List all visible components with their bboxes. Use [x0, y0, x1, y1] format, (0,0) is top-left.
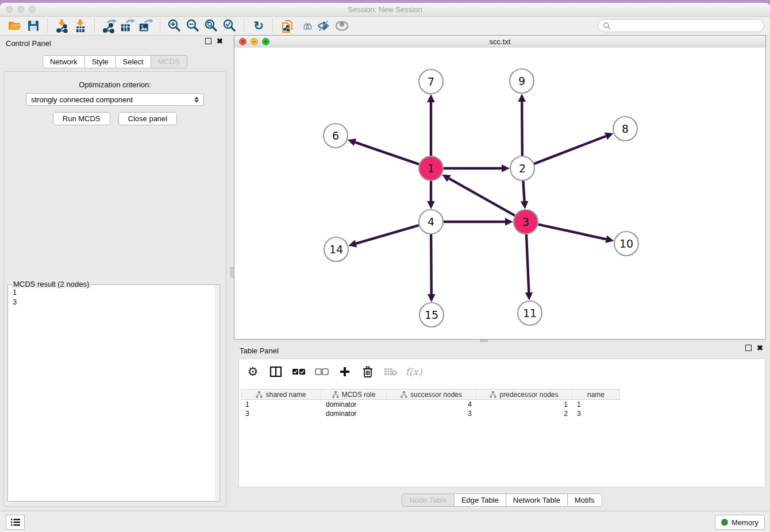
- criterion-dropdown[interactable]: strongly connected component: [26, 93, 204, 106]
- create-column-icon[interactable]: [338, 365, 352, 379]
- graph-node-11[interactable]: 11: [518, 301, 542, 325]
- graph-edge-2-8[interactable]: [534, 136, 606, 164]
- open-session-icon[interactable]: [7, 18, 22, 33]
- table-toolbar: ⚙ f(x): [239, 359, 765, 384]
- network-window-titlebar[interactable]: × − + scc.txt: [234, 36, 765, 48]
- import-table-icon[interactable]: [73, 18, 88, 33]
- column-header-predecessor-nodes[interactable]: predecessor nodes: [476, 389, 572, 400]
- svg-text:10: 10: [619, 237, 633, 250]
- graph-node-1[interactable]: 1: [419, 156, 443, 180]
- tab-style[interactable]: Style: [85, 55, 116, 68]
- tab-node-table[interactable]: Node Table: [402, 494, 455, 507]
- refresh-icon[interactable]: ↻: [251, 18, 266, 33]
- deselect-all-columns-icon[interactable]: [315, 365, 329, 379]
- edge-arrowhead-icon: [427, 201, 435, 209]
- cybrowser-home-icon[interactable]: ⌂⌂: [298, 18, 313, 33]
- graph-node-7[interactable]: 7: [419, 70, 443, 94]
- cell-filler: [620, 409, 763, 418]
- search-input[interactable]: [614, 21, 764, 30]
- table-row[interactable]: 1 dominator 4 1 1: [241, 400, 763, 409]
- clone-network-icon[interactable]: [280, 18, 295, 33]
- delete-columns-icon[interactable]: [361, 365, 375, 379]
- memory-button[interactable]: Memory: [715, 515, 765, 530]
- export-image-icon[interactable]: [138, 18, 153, 33]
- column-header-mcds-role[interactable]: MCDS role: [321, 389, 387, 400]
- export-table-icon[interactable]: [120, 18, 135, 33]
- close-panel-button[interactable]: Close panel: [118, 112, 178, 125]
- cell-name[interactable]: 1: [572, 400, 620, 409]
- cell-predecessor-nodes[interactable]: 2: [476, 409, 572, 418]
- column-label: MCDS role: [342, 391, 376, 399]
- graph-edge-3-1[interactable]: [449, 179, 514, 216]
- new-network-icon[interactable]: [102, 18, 117, 33]
- show-columns-icon[interactable]: [269, 365, 283, 379]
- zoom-in-icon[interactable]: [167, 18, 182, 33]
- optimization-criterion-label: Optimization criterion:: [4, 80, 226, 89]
- table-settings-icon[interactable]: ⚙: [246, 365, 260, 379]
- tab-mcds[interactable]: MCDS: [151, 55, 187, 68]
- tab-network-table[interactable]: Network Table: [506, 494, 568, 507]
- float-panel-icon[interactable]: [205, 38, 211, 44]
- graph-node-9[interactable]: 9: [510, 69, 534, 93]
- result-line: 1: [13, 287, 17, 297]
- graph-edge-2-3[interactable]: [523, 181, 524, 201]
- tab-motifs[interactable]: Motifs: [568, 494, 602, 507]
- graph-node-8[interactable]: 8: [613, 117, 637, 141]
- graph-node-4[interactable]: 4: [419, 210, 443, 234]
- select-all-columns-icon[interactable]: [292, 365, 306, 379]
- cell-mcds-role[interactable]: dominator: [321, 400, 387, 409]
- close-panel-icon[interactable]: ✖: [217, 38, 223, 44]
- cell-successor-nodes[interactable]: 4: [387, 400, 476, 409]
- search-field[interactable]: [598, 19, 764, 32]
- graph-edge-4-14[interactable]: [356, 225, 419, 244]
- task-history-button[interactable]: [6, 515, 25, 530]
- column-header-name[interactable]: name: [572, 389, 620, 400]
- header-filler: [620, 389, 763, 400]
- cell-name[interactable]: 3: [572, 409, 620, 418]
- cell-successor-nodes[interactable]: 3: [387, 409, 476, 418]
- delete-table-icon[interactable]: [384, 365, 398, 379]
- zoom-out-icon[interactable]: [186, 18, 201, 33]
- column-type-icon: [256, 391, 263, 398]
- column-header-successor-nodes[interactable]: successor nodes: [387, 389, 476, 400]
- result-scrollbar[interactable]: [215, 286, 219, 500]
- tab-select[interactable]: Select: [116, 55, 151, 68]
- table-row[interactable]: 3 dominator 3 2 3: [241, 409, 763, 418]
- run-mcds-button[interactable]: Run MCDS: [53, 112, 110, 125]
- graph-node-3[interactable]: 3: [514, 210, 538, 234]
- graph-edge-1-6[interactable]: [355, 142, 419, 164]
- graph-edge-3-11[interactable]: [526, 234, 529, 292]
- function-builder-icon[interactable]: f(x): [407, 365, 421, 379]
- graph-node-14[interactable]: 14: [324, 237, 348, 261]
- graph-node-6[interactable]: 6: [324, 124, 348, 148]
- tab-network[interactable]: Network: [43, 55, 85, 68]
- close-table-panel-icon[interactable]: ✖: [757, 345, 763, 351]
- zoom-selected-icon[interactable]: [222, 18, 237, 33]
- zoom-fit-icon[interactable]: [204, 18, 219, 33]
- network-canvas[interactable]: 1234678910111415: [234, 48, 765, 339]
- column-header-shared-name[interactable]: shared name: [241, 389, 321, 400]
- show-graphics-details-icon[interactable]: [335, 18, 350, 33]
- import-network-icon[interactable]: [55, 18, 70, 33]
- graph-edge-3-10[interactable]: [538, 225, 606, 240]
- cell-predecessor-nodes[interactable]: 1: [476, 400, 572, 409]
- toolbar-separator: [244, 19, 245, 33]
- graph-node-10[interactable]: 10: [614, 232, 638, 256]
- horizontal-splitter-handle[interactable]: [480, 340, 488, 342]
- cell-shared-name[interactable]: 1: [241, 400, 321, 409]
- tab-edge-table[interactable]: Edge Table: [455, 494, 506, 507]
- hide-graphics-details-icon[interactable]: [317, 18, 332, 33]
- edge-arrowhead-icon: [428, 294, 436, 302]
- search-icon: [603, 22, 611, 30]
- float-table-panel-icon[interactable]: [745, 345, 752, 351]
- column-type-icon: [401, 391, 407, 398]
- cell-shared-name[interactable]: 3: [241, 409, 321, 418]
- graph-edge-4-15[interactable]: [431, 234, 432, 294]
- graph-node-15[interactable]: 15: [419, 303, 444, 327]
- graph-edge-2-9[interactable]: [522, 102, 522, 156]
- network-graph[interactable]: 1234678910111415: [234, 48, 765, 337]
- cell-mcds-role[interactable]: dominator: [321, 409, 387, 418]
- graph-node-2[interactable]: 2: [510, 156, 534, 180]
- network-window-title: scc.txt: [234, 37, 765, 46]
- save-session-icon[interactable]: [26, 18, 41, 33]
